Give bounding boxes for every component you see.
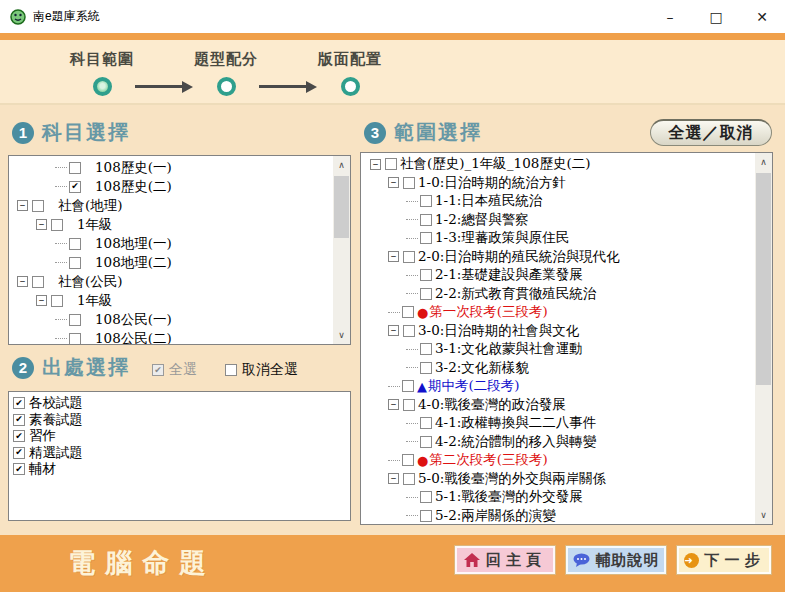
checkbox-icon[interactable] xyxy=(69,162,81,174)
checkbox-icon[interactable] xyxy=(69,333,81,345)
wizard-step[interactable]: 版面配置 xyxy=(318,50,382,96)
subject-tree-scrollbar[interactable]: ∧ ∨ xyxy=(333,156,350,344)
collapse-icon[interactable]: − xyxy=(370,159,381,170)
collapse-icon[interactable]: − xyxy=(388,325,399,336)
checkbox-icon[interactable] xyxy=(420,510,432,522)
checkbox-icon[interactable] xyxy=(51,219,63,231)
checkbox-icon[interactable] xyxy=(69,181,81,193)
maximize-button[interactable]: □ xyxy=(693,0,739,33)
collapse-icon[interactable]: − xyxy=(388,251,399,262)
tree-row[interactable]: 1-1:日本殖民統治 xyxy=(366,192,772,211)
deselect-all-checkbox[interactable]: 取消全選 xyxy=(225,361,298,379)
source-list-item[interactable]: 各校試題 xyxy=(13,395,350,412)
collapse-icon[interactable]: − xyxy=(388,399,399,410)
checkbox-icon[interactable] xyxy=(402,306,414,318)
tree-row[interactable]: 5-1:戰後臺灣的外交發展 xyxy=(366,488,772,507)
tree-row[interactable]: ▲期中考(二段考) xyxy=(366,377,772,396)
tree-row[interactable]: −社會(地理) xyxy=(13,196,350,215)
close-button[interactable]: ✕ xyxy=(739,0,785,33)
source-list[interactable]: 各校試題素養試題習作精選試題輔材 xyxy=(8,391,351,521)
collapse-icon[interactable]: − xyxy=(388,177,399,188)
checkbox-icon[interactable] xyxy=(13,430,25,442)
tree-row[interactable]: 5-2:兩岸關係的演變 xyxy=(366,507,772,526)
collapse-icon[interactable]: − xyxy=(36,295,47,306)
checkbox-icon[interactable] xyxy=(403,473,415,485)
tree-row[interactable]: 1-2:總督與警察 xyxy=(366,211,772,230)
checkbox-icon[interactable] xyxy=(420,362,432,374)
checkbox-icon[interactable] xyxy=(385,158,397,170)
tree-row[interactable]: ●第一次段考(三段考) xyxy=(366,303,772,322)
tree-row[interactable]: 108歷史(二) xyxy=(13,177,350,196)
tree-row[interactable]: 2-1:基礎建設與產業發展 xyxy=(366,266,772,285)
checkbox-icon[interactable] xyxy=(403,177,415,189)
wizard-step[interactable]: 科目範圍 xyxy=(70,50,134,96)
tree-row[interactable]: −3-0:日治時期的社會與文化 xyxy=(366,322,772,341)
next-button[interactable]: ➜ 下一步 xyxy=(677,546,771,574)
tree-row[interactable]: ●第二次段考(三段考) xyxy=(366,451,772,470)
tree-row[interactable]: 3-1:文化啟蒙與社會運動 xyxy=(366,340,772,359)
checkbox-icon[interactable] xyxy=(420,269,432,281)
minimize-button[interactable]: – xyxy=(647,0,693,33)
tree-row[interactable]: 3-2:文化新樣貌 xyxy=(366,359,772,378)
scroll-up-icon[interactable]: ∧ xyxy=(333,156,350,174)
tree-row[interactable]: 2-2:新式教育貫徹殖民統治 xyxy=(366,285,772,304)
checkbox-icon[interactable] xyxy=(69,257,81,269)
tree-row[interactable]: 1-3:理蕃政策與原住民 xyxy=(366,229,772,248)
wizard-step[interactable]: 題型配分 xyxy=(194,50,258,96)
checkbox-icon[interactable] xyxy=(13,397,25,409)
checkbox-icon[interactable] xyxy=(403,251,415,263)
collapse-icon[interactable]: − xyxy=(388,473,399,484)
scroll-down-icon[interactable]: ∨ xyxy=(333,326,350,344)
tree-row[interactable]: −4-0:戰後臺灣的政治發展 xyxy=(366,396,772,415)
subject-tree[interactable]: ∧ ∨ 108歷史(一)108歷史(二)−社會(地理)−1年級108地理(一)1… xyxy=(8,155,351,345)
checkbox-icon[interactable] xyxy=(13,414,25,426)
checkbox-icon[interactable] xyxy=(420,232,432,244)
tree-row[interactable]: 4-2:統治體制的移入與轉變 xyxy=(366,433,772,452)
checkbox-icon[interactable] xyxy=(13,447,25,459)
tree-row[interactable]: 108公民(一) xyxy=(13,310,350,329)
checkbox-icon[interactable] xyxy=(51,295,63,307)
scroll-thumb[interactable] xyxy=(756,173,771,385)
scroll-down-icon[interactable]: ∨ xyxy=(755,506,772,524)
checkbox-icon[interactable] xyxy=(32,200,44,212)
checkbox-icon[interactable] xyxy=(403,325,415,337)
checkbox-icon[interactable] xyxy=(69,314,81,326)
checkbox-icon[interactable] xyxy=(420,436,432,448)
collapse-icon[interactable]: − xyxy=(36,219,47,230)
checkbox-icon[interactable] xyxy=(402,454,414,466)
source-list-item[interactable]: 輔材 xyxy=(13,461,350,478)
tree-row[interactable]: −1年級 xyxy=(13,291,350,310)
checkbox-icon[interactable] xyxy=(69,238,81,250)
scroll-thumb[interactable] xyxy=(334,176,349,238)
tree-row[interactable]: 108地理(二) xyxy=(13,253,350,272)
tree-row[interactable]: −5-0:戰後臺灣的外交與兩岸關係 xyxy=(366,470,772,489)
checkbox-icon[interactable] xyxy=(420,195,432,207)
tree-row[interactable]: 108公民(二) xyxy=(13,329,350,345)
tree-row[interactable]: −1年級 xyxy=(13,215,350,234)
tree-row[interactable]: 108歷史(一) xyxy=(13,158,350,177)
source-list-item[interactable]: 精選試題 xyxy=(13,445,350,462)
range-tree[interactable]: ∧ ∨ −社會(歷史)_1年級_108歷史(二)−1-0:日治時期的統治方針1-… xyxy=(360,152,773,525)
checkbox-icon[interactable] xyxy=(225,364,237,376)
tree-row[interactable]: −2-0:日治時期的殖民統治與現代化 xyxy=(366,248,772,267)
tree-row[interactable]: −社會(歷史)_1年級_108歷史(二) xyxy=(366,155,772,174)
checkbox-icon[interactable] xyxy=(420,214,432,226)
checkbox-icon[interactable] xyxy=(420,491,432,503)
home-button[interactable]: 回主頁 xyxy=(455,546,555,574)
checkbox-icon[interactable] xyxy=(13,463,25,475)
scroll-up-icon[interactable]: ∧ xyxy=(755,153,772,171)
help-button[interactable]: 輔助說明 xyxy=(566,546,666,574)
collapse-icon[interactable]: − xyxy=(17,200,28,211)
checkbox-icon[interactable] xyxy=(32,276,44,288)
tree-row[interactable]: 108地理(一) xyxy=(13,234,350,253)
tree-row[interactable]: −1-0:日治時期的統治方針 xyxy=(366,174,772,193)
checkbox-icon[interactable] xyxy=(403,399,415,411)
checkbox-icon[interactable] xyxy=(420,343,432,355)
tree-row[interactable]: −社會(公民) xyxy=(13,272,350,291)
collapse-icon[interactable]: − xyxy=(17,276,28,287)
range-tree-scrollbar[interactable]: ∧ ∨ xyxy=(755,153,772,524)
source-list-item[interactable]: 習作 xyxy=(13,428,350,445)
select-toggle-button[interactable]: 全選／取消 xyxy=(650,119,772,146)
tree-row[interactable]: 4-1:政權轉換與二二八事件 xyxy=(366,414,772,433)
checkbox-icon[interactable] xyxy=(402,380,414,392)
